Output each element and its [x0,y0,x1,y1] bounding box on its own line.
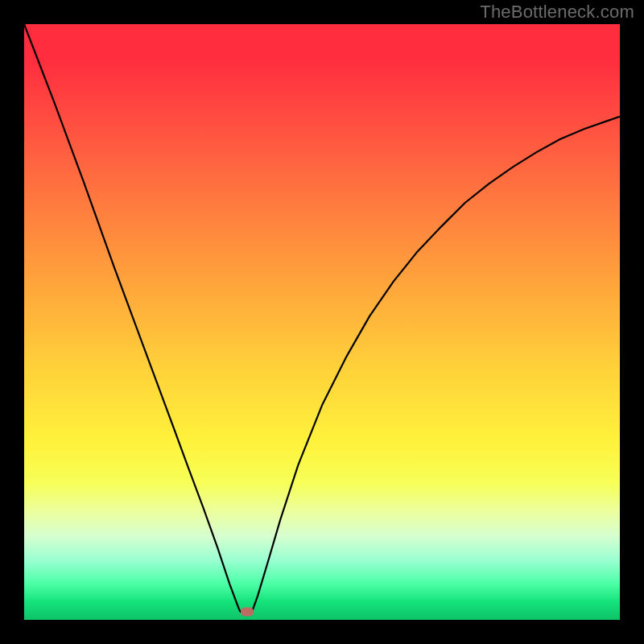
bottleneck-marker [241,607,254,616]
bottleneck-curve [24,24,620,614]
curve-svg [24,24,620,620]
watermark-text: TheBottleneck.com [480,2,634,23]
chart-stage: TheBottleneck.com [0,0,644,644]
plot-area [24,24,620,620]
